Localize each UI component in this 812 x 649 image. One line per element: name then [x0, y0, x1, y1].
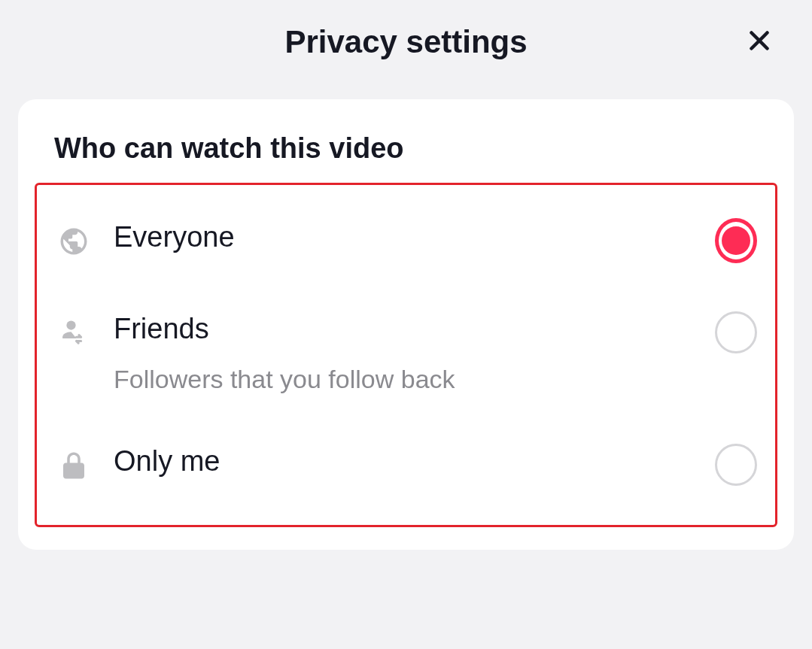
- option-content: Everyone: [93, 221, 715, 253]
- radio-only-me[interactable]: [715, 444, 757, 486]
- option-label: Everyone: [114, 221, 715, 253]
- radio-friends[interactable]: [715, 311, 757, 353]
- close-icon: [746, 27, 773, 57]
- option-content: Friends Followers that you follow back: [93, 313, 715, 394]
- lock-icon: [55, 447, 93, 484]
- close-button[interactable]: [743, 26, 776, 59]
- globe-icon: [55, 223, 93, 260]
- dialog-header: Privacy settings: [0, 0, 812, 84]
- friends-icon: [55, 314, 93, 352]
- options-group: Everyone Friends Followers that you foll…: [35, 183, 777, 527]
- option-everyone[interactable]: Everyone: [37, 199, 775, 287]
- radio-everyone[interactable]: [715, 220, 757, 262]
- svg-point-2: [66, 320, 75, 329]
- option-description: Followers that you follow back: [114, 365, 715, 394]
- privacy-card: Who can watch this video Everyone: [18, 99, 794, 550]
- option-only-me[interactable]: Only me: [37, 420, 775, 511]
- option-label: Only me: [114, 445, 715, 478]
- option-label: Friends: [114, 313, 715, 345]
- option-friends[interactable]: Friends Followers that you follow back: [37, 287, 775, 420]
- option-content: Only me: [93, 445, 715, 478]
- section-title: Who can watch this video: [18, 132, 794, 183]
- dialog-title: Privacy settings: [284, 24, 527, 60]
